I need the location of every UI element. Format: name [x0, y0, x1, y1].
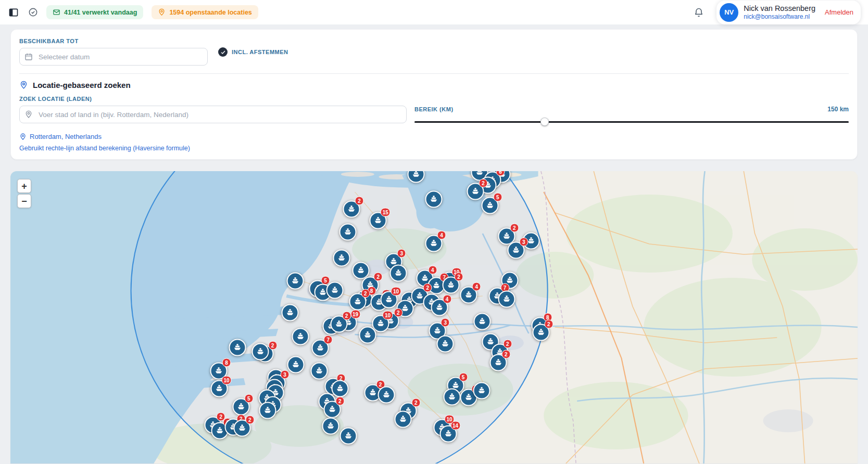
map-cluster-marker[interactable] — [498, 291, 515, 308]
topbar: 41/41 verwerkt vandaag 1594 openstaande … — [0, 0, 868, 25]
notifications-bell-icon[interactable] — [694, 7, 704, 18]
map-cluster-marker[interactable]: 14 — [439, 426, 457, 443]
map-cluster-marker[interactable]: 7 — [312, 340, 329, 357]
ship-icon — [476, 386, 486, 396]
ship-icon — [429, 239, 439, 249]
map-cluster-marker[interactable] — [331, 380, 348, 397]
map-cluster-marker[interactable]: 2 — [343, 201, 360, 218]
map-cluster-marker[interactable]: 2 — [330, 316, 347, 333]
map-cluster-marker[interactable]: 5 — [481, 197, 498, 214]
ship-icon — [263, 406, 273, 416]
map-cluster-marker[interactable]: 5 — [232, 398, 249, 416]
map-cluster-marker[interactable] — [389, 265, 407, 282]
ship-icon — [382, 390, 392, 400]
ship-icon — [347, 204, 357, 214]
map-cluster-marker[interactable]: 2 — [467, 183, 484, 200]
map-cluster-marker[interactable] — [395, 411, 412, 428]
map-cluster-marker[interactable] — [437, 336, 454, 353]
map-cluster-marker[interactable]: 10 — [211, 380, 228, 397]
processed-today-label: 41/41 verwerkt vandaag — [64, 9, 137, 16]
map-cluster-marker[interactable] — [339, 428, 357, 445]
cluster-count-badge: 2 — [335, 397, 344, 406]
map-cluster-marker[interactable] — [425, 191, 443, 208]
cluster-count-badge: 3 — [519, 238, 528, 247]
map-cluster-marker[interactable]: 4 — [425, 235, 443, 252]
map-cluster-marker[interactable]: 15 — [370, 212, 387, 229]
cluster-count-badge: 2 — [361, 289, 370, 298]
ship-icon — [336, 253, 346, 263]
cluster-count-badge: 5 — [493, 193, 502, 202]
map-cluster-marker[interactable] — [473, 313, 490, 330]
open-locations-label: 1594 openstaande locaties — [169, 9, 251, 16]
cluster-count-badge: 19 — [350, 310, 360, 319]
map-cluster-marker[interactable]: 3 — [507, 242, 524, 259]
ship-icon — [446, 280, 456, 290]
map-cluster-marker[interactable]: 2 — [532, 324, 549, 341]
range-slider[interactable] — [414, 118, 849, 126]
incl-afstemmen-checkbox[interactable] — [218, 47, 228, 57]
map-cluster-marker[interactable] — [473, 382, 490, 399]
location-search-input[interactable] — [19, 106, 407, 123]
map-cluster-marker[interactable]: 10 — [380, 291, 397, 308]
ship-icon — [433, 326, 443, 336]
range-slider-thumb[interactable] — [540, 118, 549, 126]
zoom-out-button[interactable]: − — [17, 194, 31, 208]
ship-icon — [464, 393, 474, 403]
check-circle-icon — [28, 7, 38, 17]
ship-icon — [315, 366, 324, 376]
ship-icon — [215, 384, 224, 394]
ship-icon — [536, 328, 546, 338]
cluster-count-badge: 2 — [268, 341, 277, 350]
ship-icon — [237, 423, 247, 433]
section-title: Locatie-gebaseerd zoeken — [33, 81, 131, 89]
map-cluster-marker[interactable] — [378, 386, 395, 404]
ship-icon — [432, 281, 442, 291]
map-cluster-marker[interactable] — [292, 328, 309, 345]
range-slider-track[interactable] — [414, 121, 849, 123]
map-cluster-marker[interactable]: 4 — [431, 299, 448, 316]
map-cluster-marker[interactable]: 4 — [460, 287, 477, 304]
map-cluster-marker[interactable] — [311, 363, 328, 380]
selected-location-link[interactable]: Rotterdam, Netherlands — [19, 133, 849, 140]
sidebar-toggle-button[interactable] — [7, 6, 20, 19]
map-cluster-marker[interactable] — [259, 402, 276, 419]
map-cluster-marker[interactable] — [287, 356, 305, 373]
map-pin-icon — [19, 81, 28, 89]
map-cluster-marker[interactable]: 2 — [349, 293, 366, 311]
ship-icon — [441, 339, 450, 349]
ship-icon — [393, 268, 403, 278]
zoom-in-button[interactable]: + — [17, 179, 31, 193]
map-cluster-marker[interactable] — [339, 224, 356, 241]
map-cluster-marker[interactable]: 2 — [323, 401, 341, 418]
map-cluster-marker[interactable]: 2 — [233, 420, 250, 437]
incl-afstemmen-group: INCL. AFSTEMMEN — [218, 47, 288, 57]
open-locations-badge: 1594 openstaande locaties — [152, 5, 258, 19]
location-search-section-header: Locatie-gebaseerd zoeken — [19, 81, 849, 89]
distance-note: Gebruikt rechte-lijn afstand berekening … — [19, 145, 849, 152]
map-cluster-marker[interactable] — [287, 273, 304, 290]
map[interactable]: 2262521524334105272482111027419221037822… — [10, 171, 858, 463]
map-cluster-marker[interactable]: 2 — [443, 277, 460, 294]
ship-icon — [493, 358, 503, 368]
available-until-label: BESCHIKBAAR TOT — [19, 38, 208, 44]
cluster-count-badge: 2 — [411, 398, 420, 407]
check-icon — [220, 49, 226, 55]
map-cluster-marker[interactable] — [281, 304, 298, 321]
ship-icon — [356, 266, 366, 276]
ship-icon — [429, 195, 439, 204]
map-cluster-marker[interactable]: 2 — [489, 354, 507, 371]
map-cluster-marker[interactable] — [229, 339, 246, 356]
map-cluster-marker[interactable] — [322, 418, 339, 435]
cluster-count-badge: 4 — [443, 295, 451, 304]
map-cluster-marker[interactable] — [326, 282, 344, 299]
map-cluster-marker[interactable] — [444, 389, 461, 406]
map-cluster-marker[interactable] — [333, 250, 350, 267]
ship-icon — [291, 360, 301, 370]
map-pin-icon — [158, 8, 166, 16]
logout-link[interactable]: Afmelden — [825, 8, 853, 16]
map-cluster-marker[interactable] — [252, 343, 269, 360]
cluster-count-badge: 10 — [383, 311, 393, 320]
map-cluster-marker[interactable] — [359, 327, 376, 344]
available-until-date-input[interactable] — [19, 48, 208, 66]
cluster-count-badge: 2 — [423, 283, 432, 292]
